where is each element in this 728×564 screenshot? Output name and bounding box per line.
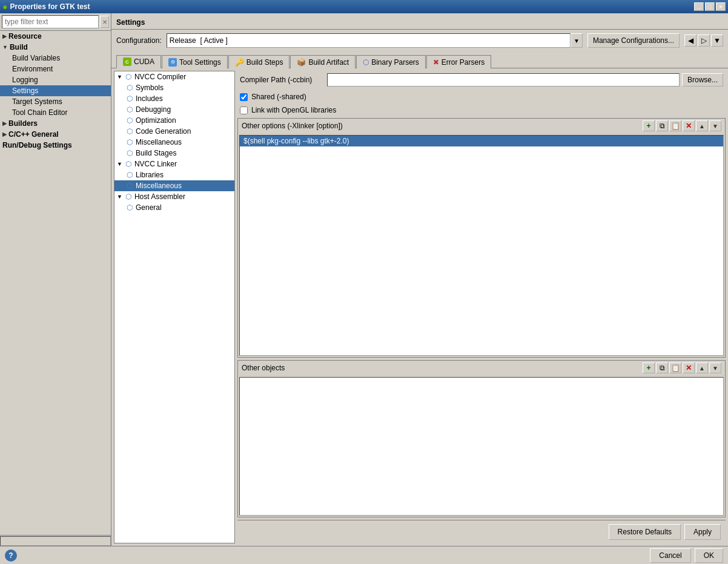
sidebar-item-builders[interactable]: ▶ Builders [0, 118, 111, 129]
sidebar-item-settings[interactable]: Settings [0, 85, 111, 96]
tree-arrow: ▼ [117, 74, 122, 80]
sidebar-item-tool-chain-editor[interactable]: Tool Chain Editor [0, 107, 111, 118]
apply-button[interactable]: Apply [684, 524, 721, 540]
sidebar-item-label: Run/Debug Settings [2, 141, 72, 149]
restore-defaults-button[interactable]: Restore Defaults [609, 524, 681, 540]
tree-item-label: NVCC Linker [134, 160, 177, 168]
other-objects-header: Other objects + ⧉ 📋 ✕ ▲ ▼ [238, 361, 725, 376]
up-icon: ▲ [699, 123, 705, 130]
filter-clear-button[interactable]: ✕ [100, 16, 109, 28]
sidebar-item-label: Build Variables [12, 54, 60, 62]
move-down-option-button[interactable]: ▼ [709, 120, 721, 131]
cuda-icon: C [123, 57, 131, 66]
tree-item-miscellaneous-compiler[interactable]: ⬡ Miscellaneous [114, 137, 234, 148]
tree-item-host-assembler[interactable]: ▼ ⬡ Host Assembler [114, 191, 234, 202]
other-objects-list[interactable] [239, 377, 724, 516]
maximize-button[interactable]: □ [705, 2, 715, 11]
ok-button[interactable]: OK [695, 548, 723, 563]
sidebar-item-resource[interactable]: ▶ Resource [0, 31, 111, 42]
close-button[interactable]: × [716, 2, 726, 11]
configuration-select[interactable] [167, 33, 571, 48]
other-objects-panel: Other objects + ⧉ 📋 ✕ ▲ ▼ [237, 360, 726, 517]
node-icon: ⬡ [125, 138, 134, 146]
tree-item-label: Miscellaneous [136, 138, 182, 146]
other-options-list[interactable]: $(shell pkg-config --libs gtk+-2.0) [239, 135, 724, 356]
tree-item-label: Host Assembler [134, 192, 185, 201]
tree-item-includes[interactable]: ⬡ Includes [114, 93, 234, 104]
shared-checkbox[interactable] [240, 93, 248, 101]
move-up-object-button[interactable]: ▲ [696, 362, 708, 373]
delete-icon: ✕ [686, 122, 692, 130]
footer-left: ? [5, 549, 17, 562]
paste-option-button[interactable]: 📋 [669, 120, 681, 131]
tree-item-miscellaneous-linker[interactable]: ⬡ Miscellaneous [114, 180, 234, 191]
minimize-button[interactable]: _ [694, 2, 704, 11]
nav-back-button[interactable]: ◀ [684, 34, 697, 47]
node-icon: ⬡ [125, 182, 134, 190]
compiler-path-input[interactable] [327, 73, 680, 87]
tab-label: Error Parsers [442, 58, 485, 67]
tree-item-debugging[interactable]: ⬡ Debugging [114, 104, 234, 115]
settings-tree: ▼ ⬡ NVCC Compiler ⬡ Symbols ⬡ Includes ⬡… [114, 71, 235, 543]
title-bar-left: ● Properties for GTK test [2, 2, 90, 11]
delete-object-button[interactable]: ✕ [683, 362, 695, 373]
node-icon: ⬡ [124, 160, 133, 168]
tree-item-libraries[interactable]: ⬡ Libraries [114, 169, 234, 180]
tree-item-nvcc-linker[interactable]: ▼ ⬡ NVCC Linker [114, 159, 234, 169]
tab-cuda[interactable]: C CUDA [116, 55, 161, 68]
configuration-dropdown-button[interactable]: ▼ [571, 33, 583, 48]
content-area: ▼ ⬡ NVCC Compiler ⬡ Symbols ⬡ Includes ⬡… [111, 68, 728, 546]
tab-label: Build Steps [247, 58, 283, 67]
tree-arrow: ▶ [2, 120, 7, 126]
nav-buttons: ◀ ▷ ▼ [684, 34, 723, 47]
add-option-button[interactable]: + [643, 120, 655, 131]
copy-object-button[interactable]: ⧉ [656, 362, 668, 373]
configuration-row: Configuration: ▼ Manage Configurations..… [111, 30, 728, 52]
option-item[interactable]: $(shell pkg-config --libs gtk+-2.0) [240, 136, 723, 146]
tab-build-steps[interactable]: 🔑 Build Steps [228, 55, 290, 68]
build-artifact-icon: 📦 [297, 58, 306, 67]
add-object-button[interactable]: + [643, 362, 655, 373]
cancel-button[interactable]: Cancel [650, 548, 690, 563]
tab-error-parsers[interactable]: ✖ Error Parsers [426, 55, 491, 68]
tree-item-code-generation[interactable]: ⬡ Code Generation [114, 126, 234, 137]
help-button[interactable]: ? [5, 549, 17, 562]
opengl-checkbox[interactable] [240, 107, 248, 114]
sidebar-item-run-debug[interactable]: Run/Debug Settings [0, 140, 111, 151]
down-icon: ▼ [712, 365, 718, 372]
delete-icon: ✕ [686, 364, 692, 372]
tab-binary-parsers[interactable]: ⬡ Binary Parsers [356, 55, 426, 68]
tree-item-build-stages[interactable]: ⬡ Build Stages [114, 148, 234, 159]
manage-configurations-button[interactable]: Manage Configurations... [587, 33, 680, 48]
browse-button[interactable]: Browse... [682, 73, 723, 87]
sidebar-item-environment[interactable]: Environment [0, 64, 111, 74]
tree-arrow: ▶ [2, 33, 7, 39]
tree-item-symbols[interactable]: ⬡ Symbols [114, 82, 234, 93]
tree-item-general[interactable]: ⬡ General [114, 202, 234, 213]
move-up-option-button[interactable]: ▲ [696, 120, 708, 131]
tab-tool-settings[interactable]: ⚙ Tool Settings [162, 55, 228, 68]
copy-option-button[interactable]: ⧉ [656, 120, 668, 131]
bottom-action-bar: Restore Defaults Apply [237, 520, 726, 543]
other-objects-title: Other objects [242, 364, 285, 372]
paste-object-button[interactable]: 📋 [669, 362, 681, 373]
sidebar-item-build[interactable]: ▼ Build [0, 42, 111, 53]
tab-build-artifact[interactable]: 📦 Build Artifact [290, 55, 356, 68]
nav-forward-button[interactable]: ▷ [698, 34, 710, 47]
node-icon: ⬡ [125, 149, 134, 157]
tab-label: CUDA [134, 57, 154, 66]
sidebar-item-target-systems[interactable]: Target Systems [0, 96, 111, 107]
horizontal-scrollbar[interactable] [0, 536, 111, 546]
nav-dropdown-button[interactable]: ▼ [711, 34, 723, 47]
sidebar-item-build-variables[interactable]: Build Variables [0, 53, 111, 64]
delete-option-button[interactable]: ✕ [683, 120, 695, 131]
sidebar-item-label: Build [10, 43, 28, 51]
tree-item-nvcc-compiler[interactable]: ▼ ⬡ NVCC Compiler [114, 71, 234, 82]
move-down-object-button[interactable]: ▼ [709, 362, 721, 373]
sidebar-item-cpp-general[interactable]: ▶ C/C++ General [0, 129, 111, 140]
scrollbar-area [0, 535, 111, 546]
sidebar-item-logging[interactable]: Logging [0, 74, 111, 85]
tree-item-label: Includes [136, 94, 163, 103]
filter-input[interactable] [2, 15, 99, 28]
tree-item-optimization[interactable]: ⬡ Optimization [114, 115, 234, 126]
